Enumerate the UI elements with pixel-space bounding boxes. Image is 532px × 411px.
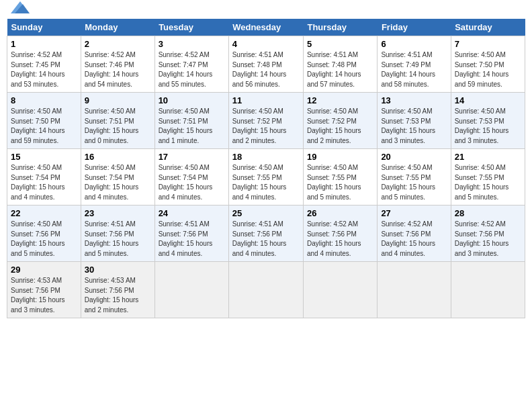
day-info: Sunrise: 4:52 AM Sunset: 7:56 PM Dayligh… [381, 220, 447, 259]
day-info: Sunrise: 4:50 AM Sunset: 7:53 PM Dayligh… [455, 107, 521, 146]
day-info: Sunrise: 4:50 AM Sunset: 7:50 PM Dayligh… [11, 107, 77, 146]
day-info: Sunrise: 4:52 AM Sunset: 7:56 PM Dayligh… [307, 220, 373, 259]
calendar-day-cell: 25Sunrise: 4:51 AM Sunset: 7:56 PM Dayli… [228, 205, 303, 262]
calendar-day-cell [451, 262, 525, 318]
calendar-header-row: SundayMondayTuesdayWednesdayThursdayFrid… [7, 19, 525, 36]
calendar-day-cell: 11Sunrise: 4:50 AM Sunset: 7:52 PM Dayli… [228, 93, 303, 149]
calendar-day-cell: 19Sunrise: 4:50 AM Sunset: 7:55 PM Dayli… [303, 149, 377, 205]
calendar-day-cell: 22Sunrise: 4:50 AM Sunset: 7:56 PM Dayli… [7, 205, 81, 262]
calendar-day-cell: 24Sunrise: 4:51 AM Sunset: 7:56 PM Dayli… [154, 205, 228, 262]
day-info: Sunrise: 4:53 AM Sunset: 7:56 PM Dayligh… [85, 276, 151, 315]
calendar-week-row: 22Sunrise: 4:50 AM Sunset: 7:56 PM Dayli… [7, 205, 525, 262]
day-number: 12 [307, 95, 373, 105]
calendar-day-cell: 18Sunrise: 4:50 AM Sunset: 7:55 PM Dayli… [228, 149, 303, 205]
calendar-day-cell: 2Sunrise: 4:52 AM Sunset: 7:46 PM Daylig… [81, 36, 154, 93]
day-info: Sunrise: 4:50 AM Sunset: 7:52 PM Dayligh… [232, 107, 300, 146]
day-info: Sunrise: 4:50 AM Sunset: 7:54 PM Dayligh… [85, 163, 151, 202]
day-number: 29 [11, 265, 77, 275]
day-of-week-header: Sunday [7, 19, 81, 36]
logo [9, 7, 30, 13]
calendar-day-cell: 26Sunrise: 4:52 AM Sunset: 7:56 PM Dayli… [303, 205, 377, 262]
day-number: 20 [381, 152, 447, 162]
calendar-day-cell: 3Sunrise: 4:52 AM Sunset: 7:47 PM Daylig… [154, 36, 228, 93]
day-of-week-header: Tuesday [154, 19, 228, 36]
day-number: 6 [381, 39, 447, 49]
calendar-week-row: 29Sunrise: 4:53 AM Sunset: 7:56 PM Dayli… [7, 262, 525, 318]
day-info: Sunrise: 4:52 AM Sunset: 7:47 PM Dayligh… [159, 50, 225, 89]
day-number: 21 [455, 152, 521, 162]
calendar-day-cell: 7Sunrise: 4:50 AM Sunset: 7:50 PM Daylig… [451, 36, 525, 93]
logo-icon [11, 1, 30, 13]
calendar-day-cell: 17Sunrise: 4:50 AM Sunset: 7:54 PM Dayli… [154, 149, 228, 205]
day-number: 8 [11, 95, 77, 105]
day-info: Sunrise: 4:51 AM Sunset: 7:56 PM Dayligh… [85, 220, 151, 259]
day-info: Sunrise: 4:50 AM Sunset: 7:54 PM Dayligh… [11, 163, 77, 202]
day-info: Sunrise: 4:50 AM Sunset: 7:55 PM Dayligh… [381, 163, 447, 202]
day-number: 10 [159, 95, 225, 105]
day-number: 22 [11, 208, 77, 218]
day-number: 30 [85, 265, 151, 275]
day-info: Sunrise: 4:51 AM Sunset: 7:49 PM Dayligh… [381, 50, 447, 89]
calendar-day-cell [378, 262, 451, 318]
day-number: 11 [232, 95, 300, 105]
calendar-day-cell: 1Sunrise: 4:52 AM Sunset: 7:45 PM Daylig… [7, 36, 81, 93]
day-number: 18 [232, 152, 300, 162]
day-number: 17 [159, 152, 225, 162]
day-number: 7 [455, 39, 521, 49]
day-info: Sunrise: 4:53 AM Sunset: 7:56 PM Dayligh… [11, 276, 77, 315]
day-number: 4 [232, 39, 300, 49]
day-info: Sunrise: 4:50 AM Sunset: 7:53 PM Dayligh… [381, 107, 447, 146]
calendar-day-cell: 28Sunrise: 4:52 AM Sunset: 7:56 PM Dayli… [451, 205, 525, 262]
calendar-day-cell: 27Sunrise: 4:52 AM Sunset: 7:56 PM Dayli… [378, 205, 451, 262]
day-info: Sunrise: 4:50 AM Sunset: 7:50 PM Dayligh… [455, 50, 521, 89]
day-number: 19 [307, 152, 373, 162]
calendar-week-row: 1Sunrise: 4:52 AM Sunset: 7:45 PM Daylig… [7, 36, 525, 93]
day-number: 3 [159, 39, 225, 49]
calendar-day-cell: 12Sunrise: 4:50 AM Sunset: 7:52 PM Dayli… [303, 93, 377, 149]
day-info: Sunrise: 4:51 AM Sunset: 7:56 PM Dayligh… [159, 220, 225, 259]
day-info: Sunrise: 4:52 AM Sunset: 7:45 PM Dayligh… [11, 50, 77, 89]
day-number: 13 [381, 95, 447, 105]
calendar-day-cell: 23Sunrise: 4:51 AM Sunset: 7:56 PM Dayli… [81, 205, 154, 262]
day-number: 5 [307, 39, 373, 49]
day-info: Sunrise: 4:50 AM Sunset: 7:51 PM Dayligh… [159, 107, 225, 146]
day-info: Sunrise: 4:51 AM Sunset: 7:56 PM Dayligh… [232, 220, 300, 259]
calendar-day-cell [228, 262, 303, 318]
day-of-week-header: Thursday [303, 19, 377, 36]
day-info: Sunrise: 4:50 AM Sunset: 7:55 PM Dayligh… [232, 163, 300, 202]
day-info: Sunrise: 4:52 AM Sunset: 7:46 PM Dayligh… [85, 50, 151, 89]
day-number: 28 [455, 208, 521, 218]
day-number: 2 [85, 39, 151, 49]
calendar-week-row: 8Sunrise: 4:50 AM Sunset: 7:50 PM Daylig… [7, 93, 525, 149]
page-header [7, 7, 525, 13]
day-info: Sunrise: 4:50 AM Sunset: 7:55 PM Dayligh… [455, 163, 521, 202]
day-of-week-header: Wednesday [228, 19, 303, 36]
calendar-day-cell: 29Sunrise: 4:53 AM Sunset: 7:56 PM Dayli… [7, 262, 81, 318]
calendar-table: SundayMondayTuesdayWednesdayThursdayFrid… [7, 19, 525, 318]
calendar-day-cell: 8Sunrise: 4:50 AM Sunset: 7:50 PM Daylig… [7, 93, 81, 149]
day-number: 27 [381, 208, 447, 218]
day-info: Sunrise: 4:51 AM Sunset: 7:48 PM Dayligh… [307, 50, 373, 89]
calendar-day-cell: 13Sunrise: 4:50 AM Sunset: 7:53 PM Dayli… [378, 93, 451, 149]
day-number: 16 [85, 152, 151, 162]
day-info: Sunrise: 4:52 AM Sunset: 7:56 PM Dayligh… [455, 220, 521, 259]
day-number: 9 [85, 95, 151, 105]
day-of-week-header: Monday [81, 19, 154, 36]
day-info: Sunrise: 4:51 AM Sunset: 7:48 PM Dayligh… [232, 50, 300, 89]
calendar-day-cell: 21Sunrise: 4:50 AM Sunset: 7:55 PM Dayli… [451, 149, 525, 205]
calendar-day-cell: 16Sunrise: 4:50 AM Sunset: 7:54 PM Dayli… [81, 149, 154, 205]
calendar-day-cell [154, 262, 228, 318]
day-info: Sunrise: 4:50 AM Sunset: 7:54 PM Dayligh… [159, 163, 225, 202]
calendar-day-cell: 30Sunrise: 4:53 AM Sunset: 7:56 PM Dayli… [81, 262, 154, 318]
calendar-day-cell: 5Sunrise: 4:51 AM Sunset: 7:48 PM Daylig… [303, 36, 377, 93]
day-number: 1 [11, 39, 77, 49]
day-number: 23 [85, 208, 151, 218]
calendar-day-cell: 9Sunrise: 4:50 AM Sunset: 7:51 PM Daylig… [81, 93, 154, 149]
calendar-day-cell: 6Sunrise: 4:51 AM Sunset: 7:49 PM Daylig… [378, 36, 451, 93]
calendar-week-row: 15Sunrise: 4:50 AM Sunset: 7:54 PM Dayli… [7, 149, 525, 205]
calendar-day-cell [303, 262, 377, 318]
day-number: 15 [11, 152, 77, 162]
day-of-week-header: Friday [378, 19, 451, 36]
calendar-day-cell: 14Sunrise: 4:50 AM Sunset: 7:53 PM Dayli… [451, 93, 525, 149]
calendar-day-cell: 4Sunrise: 4:51 AM Sunset: 7:48 PM Daylig… [228, 36, 303, 93]
